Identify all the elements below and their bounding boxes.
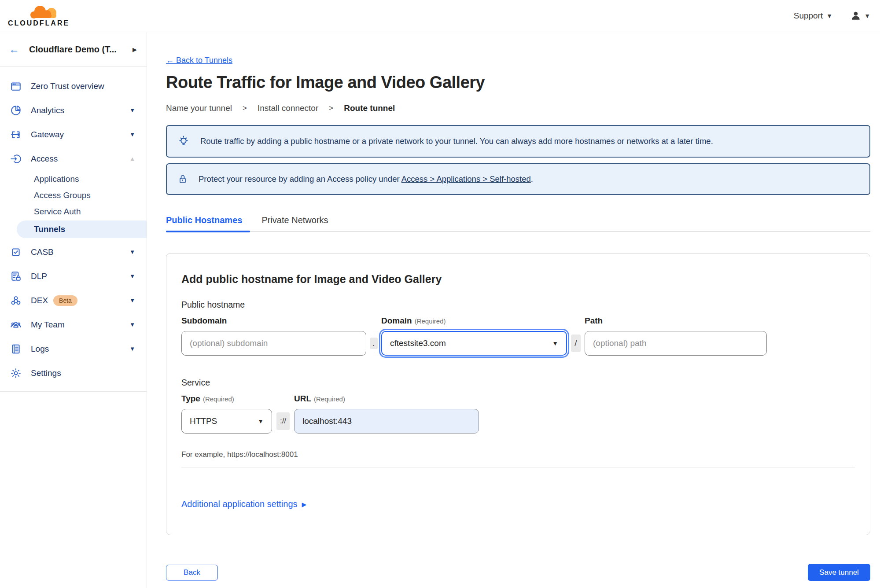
page-title: Route Traffic for Image and Video Galler… <box>166 73 870 92</box>
tab-private-networks[interactable]: Private Networks <box>261 215 328 232</box>
user-menu[interactable]: ▼ <box>850 10 870 22</box>
path-input[interactable] <box>585 331 767 356</box>
info-banner-route-traffic: Route traffic by adding a public hostnam… <box>166 125 870 158</box>
sidebar-item-logs[interactable]: Logs ▼ <box>0 337 147 361</box>
support-menu[interactable]: Support ▼ <box>794 11 832 21</box>
subdomain-input[interactable] <box>181 331 366 356</box>
sidebar-item-tunnels[interactable]: Tunnels <box>17 220 147 238</box>
team-icon <box>10 319 22 331</box>
sidebar-item-dex[interactable]: DEX Beta ▼ <box>0 288 147 312</box>
service-type-select[interactable]: HTTPS ▼ <box>181 409 272 434</box>
chevron-down-icon: ▼ <box>129 273 135 279</box>
sidebar-item-analytics[interactable]: Analytics ▼ <box>0 98 147 122</box>
cloudflare-cloud-icon <box>27 4 59 20</box>
chevron-separator: > <box>329 104 333 113</box>
beta-badge: Beta <box>53 295 77 306</box>
banner-text-before: Protect your resource by adding an Acces… <box>199 174 401 184</box>
breadcrumb: Name your tunnel > Install connector > R… <box>166 103 870 113</box>
dlp-icon <box>10 270 22 283</box>
tab-public-hostnames[interactable]: Public Hostnames <box>166 215 242 232</box>
dex-icon <box>10 294 22 307</box>
back-button[interactable]: Back <box>166 565 218 581</box>
cloudflare-logo[interactable]: CLOUDFLARE <box>8 4 70 27</box>
service-url-input[interactable] <box>294 409 479 434</box>
casb-icon <box>10 246 22 258</box>
sub-item-label: Applications <box>34 174 79 184</box>
sub-item-label: Access Groups <box>34 191 91 200</box>
chevron-separator: > <box>243 104 247 113</box>
url-label-text: URL <box>294 394 311 403</box>
sidebar-item-casb[interactable]: CASB ▼ <box>0 240 147 264</box>
banner-text: Route traffic by adding a public hostnam… <box>200 136 713 146</box>
user-icon <box>850 10 862 22</box>
sidebar-item-label: Zero Trust overview <box>31 81 138 91</box>
sidebar-item-label: Settings <box>31 368 138 378</box>
info-banner-access-policy: Protect your resource by adding an Acces… <box>166 163 870 195</box>
banner-text-after: . <box>531 174 533 184</box>
domain-select[interactable]: cftestsite3.com ▼ <box>381 331 567 356</box>
public-hostname-section-label: Public hostname <box>181 300 855 310</box>
sidebar-item-label: Logs <box>31 344 129 354</box>
save-tunnel-button[interactable]: Save tunnel <box>808 564 870 581</box>
logs-icon <box>10 343 22 355</box>
step-install-connector[interactable]: Install connector <box>258 103 318 113</box>
additional-settings-label: Additional application settings <box>181 499 298 509</box>
chevron-down-icon: ▼ <box>129 131 135 138</box>
back-to-tunnels-link[interactable]: ← Back to Tunnels <box>166 56 232 65</box>
support-label: Support <box>794 11 823 21</box>
footer-actions: Back Save tunnel <box>166 564 870 581</box>
domain-label: Domain(Required) <box>381 316 567 326</box>
sidebar-item-access-groups[interactable]: Access Groups <box>0 187 147 203</box>
sidebar-item-service-auth[interactable]: Service Auth <box>0 203 147 220</box>
sub-item-label: Tunnels <box>34 224 65 234</box>
service-type-value: HTTPS <box>190 416 217 426</box>
path-label: Path <box>585 316 767 326</box>
lock-icon <box>177 173 188 185</box>
sidebar-item-label: Gateway <box>31 130 129 140</box>
sidebar-item-label: CASB <box>31 247 129 257</box>
step-name-your-tunnel[interactable]: Name your tunnel <box>166 103 232 113</box>
sidebar-item-my-team[interactable]: My Team ▼ <box>0 312 147 337</box>
public-hostname-card: Add public hostname for Image and Video … <box>166 253 870 535</box>
sidebar-item-zero-trust-overview[interactable]: Zero Trust overview <box>0 74 147 98</box>
sidebar-item-label: My Team <box>31 320 129 330</box>
sub-item-label: Service Auth <box>34 207 81 217</box>
service-section-label: Service <box>181 378 855 388</box>
subdomain-label: Subdomain <box>181 316 366 326</box>
main-content: ← Back to Tunnels Route Traffic for Imag… <box>147 32 880 581</box>
sidebar-nav: Zero Trust overview Analytics ▼ Gateway … <box>0 67 147 392</box>
chevron-up-icon: ▲ <box>129 155 135 162</box>
sidebar-item-label: DLP <box>31 272 129 281</box>
sidebar-item-gateway[interactable]: Gateway ▼ <box>0 122 147 147</box>
sidebar-item-dlp[interactable]: DLP ▼ <box>0 264 147 288</box>
sidebar-item-access[interactable]: Access ▲ <box>0 147 147 171</box>
account-name: Cloudflare Demo (T... <box>29 44 133 55</box>
pie-chart-icon <box>10 104 22 117</box>
chevron-right-icon: ▶ <box>302 501 307 508</box>
tab-bar: Public Hostnames Private Networks <box>166 215 870 232</box>
account-switcher[interactable]: ← Cloudflare Demo (T... ▶ <box>0 32 147 67</box>
domain-select-value: cftestsite3.com <box>390 338 446 348</box>
window-icon <box>10 80 22 92</box>
access-applications-link[interactable]: Access > Applications > Self-hosted <box>401 174 531 184</box>
chevron-down-icon: ▼ <box>129 297 135 304</box>
gateway-icon <box>10 129 22 141</box>
back-arrow-icon[interactable]: ← <box>9 43 19 55</box>
gear-icon <box>10 367 22 379</box>
chevron-down-icon: ▼ <box>826 12 832 19</box>
sidebar-item-settings[interactable]: Settings <box>0 361 147 385</box>
lightbulb-icon <box>177 135 190 148</box>
chevron-down-icon: ▼ <box>864 12 870 19</box>
access-icon <box>10 153 22 165</box>
sidebar-item-applications[interactable]: Applications <box>0 171 147 187</box>
sidebar: ← Cloudflare Demo (T... ▶ Zero Trust ove… <box>0 32 147 588</box>
slash-separator: / <box>571 334 581 352</box>
url-required-note: (Required) <box>314 395 345 403</box>
chevron-down-icon: ▼ <box>129 107 135 114</box>
card-divider <box>181 467 855 467</box>
top-header: CLOUDFLARE Support ▼ ▼ <box>0 0 880 32</box>
type-label-text: Type <box>181 394 200 403</box>
hostname-field-row: Subdomain . Domain(Required) cftestsite3… <box>181 316 855 356</box>
additional-settings-toggle[interactable]: Additional application settings ▶ <box>181 499 306 509</box>
sidebar-item-label: Analytics <box>31 106 129 115</box>
